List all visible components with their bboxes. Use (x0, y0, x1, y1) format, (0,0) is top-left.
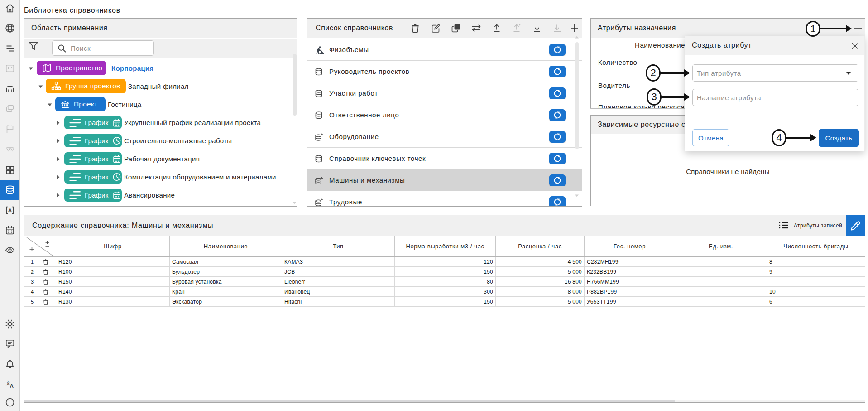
svg-text:A: A (8, 208, 12, 213)
svg-text:A: A (10, 383, 14, 390)
